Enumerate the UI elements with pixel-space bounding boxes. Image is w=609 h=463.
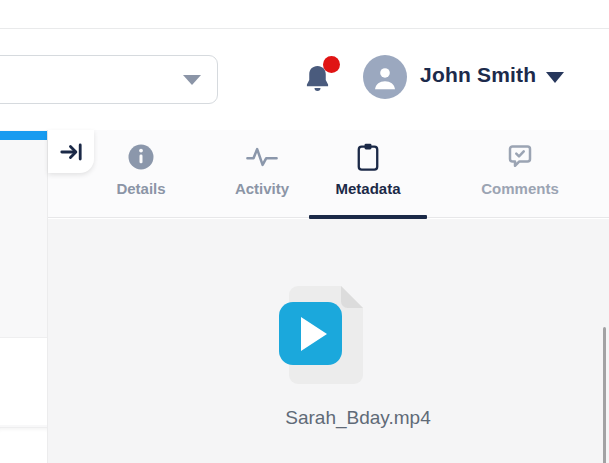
collapse-right-icon <box>58 139 84 165</box>
header-top-divider <box>0 28 609 29</box>
chevron-down-icon <box>183 75 201 85</box>
person-icon <box>369 62 401 94</box>
notification-badge <box>323 56 340 73</box>
left-sidebar <box>0 130 48 463</box>
tab-details[interactable]: Details <box>86 140 196 216</box>
sidebar-row[interactable] <box>0 337 47 425</box>
vertical-scrollbar[interactable] <box>603 327 606 463</box>
activity-icon <box>245 140 279 174</box>
notifications-button[interactable] <box>298 56 338 104</box>
tab-label: Comments <box>481 180 559 197</box>
tab-label: Activity <box>235 180 289 197</box>
selection-accent-bar <box>0 131 47 140</box>
tab-comments[interactable]: Comments <box>465 140 575 216</box>
details-panel: Details Activity Metadata <box>48 130 609 463</box>
file-name: Sarah_Bday.mp4 <box>188 407 528 429</box>
sidebar-row[interactable] <box>0 427 47 463</box>
tab-metadata[interactable]: Metadata <box>313 140 423 216</box>
user-menu[interactable]: John Smith <box>420 63 536 87</box>
tab-label: Metadata <box>335 180 400 197</box>
file-preview[interactable]: Sarah_Bday.mp4 <box>228 282 488 452</box>
chevron-down-icon[interactable] <box>546 72 564 83</box>
avatar[interactable] <box>363 55 407 99</box>
filter-dropdown[interactable] <box>0 55 218 104</box>
tab-activity[interactable]: Activity <box>207 140 317 216</box>
info-icon <box>126 140 156 174</box>
metadata-tab-content: Sarah_Bday.mp4 <box>48 219 609 463</box>
play-triangle-icon <box>301 317 327 351</box>
tab-label: Details <box>116 180 165 197</box>
panel-tabbar: Details Activity Metadata <box>48 130 609 218</box>
video-play-icon <box>279 302 342 365</box>
clipboard-icon <box>354 140 382 174</box>
comments-icon <box>505 140 535 174</box>
